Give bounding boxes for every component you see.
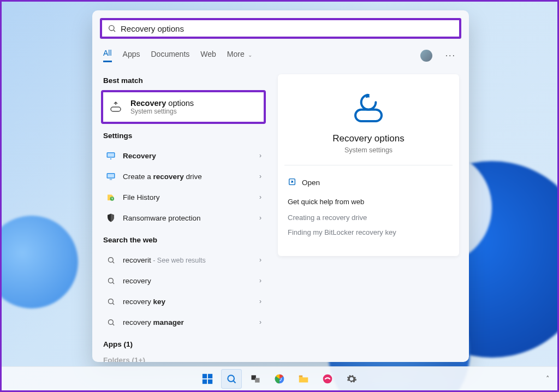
chevron-right-icon: ›	[259, 193, 261, 201]
tab-web[interactable]: Web	[200, 50, 216, 62]
result-create-recovery-drive[interactable]: Create a recovery drive ›	[101, 166, 266, 187]
more-options-button[interactable]: ···	[443, 51, 458, 61]
result-recovery-options[interactable]: Recovery options System settings	[101, 90, 266, 124]
section-settings: Settings	[103, 132, 264, 140]
taskbar-chrome[interactable]	[269, 369, 290, 389]
svg-point-0	[109, 26, 114, 31]
taskbar-task-view[interactable]	[245, 369, 266, 389]
taskbar-tray-chevron[interactable]: ˄	[546, 375, 550, 383]
search-bar[interactable]	[100, 18, 461, 39]
preview-title: Recovery options	[288, 133, 449, 144]
taskbar-app-pink[interactable]	[317, 369, 338, 389]
tab-more[interactable]: More ⌄	[227, 50, 252, 62]
chevron-right-icon: ›	[259, 256, 261, 264]
tab-documents[interactable]: Documents	[151, 50, 189, 62]
svg-rect-23	[208, 379, 212, 383]
chevron-right-icon: ›	[259, 277, 261, 284]
start-search-panel: All Apps Documents Web More ⌄ ··· Best m…	[92, 10, 469, 362]
section-apps: Apps (1)	[103, 340, 264, 348]
search-icon	[105, 317, 116, 328]
svg-rect-18	[355, 110, 382, 121]
svg-line-25	[234, 381, 236, 383]
chevron-right-icon: ›	[259, 214, 261, 222]
svg-point-24	[228, 375, 234, 382]
svg-point-32	[323, 374, 332, 383]
preview-pane: Recovery options System settings Open Ge…	[268, 69, 469, 362]
svg-rect-8	[110, 179, 112, 180]
preview-subtitle: System settings	[288, 146, 449, 154]
file-history-icon	[105, 192, 116, 203]
open-button[interactable]: Open	[288, 175, 449, 198]
svg-rect-22	[203, 379, 207, 383]
shield-icon	[105, 212, 116, 223]
divider	[284, 165, 453, 165]
result-recovery[interactable]: Recovery ›	[101, 145, 266, 166]
search-icon	[105, 275, 116, 286]
section-best-match: Best match	[103, 76, 264, 85]
svg-rect-2	[111, 107, 121, 111]
search-filter-tabs: All Apps Documents Web More ⌄ ···	[92, 39, 469, 69]
web-result-recoverit[interactable]: recoverit - See web results ›	[101, 250, 266, 270]
svg-rect-21	[208, 373, 212, 378]
svg-point-16	[108, 319, 113, 324]
tab-all[interactable]: All	[103, 49, 112, 62]
svg-point-10	[108, 257, 113, 262]
user-avatar[interactable]	[420, 50, 432, 62]
svg-rect-4	[108, 153, 114, 157]
svg-rect-27	[255, 378, 259, 382]
chevron-right-icon: ›	[259, 152, 261, 159]
svg-point-12	[108, 278, 113, 283]
taskbar-search-button[interactable]	[221, 369, 242, 389]
svg-line-1	[114, 30, 115, 32]
svg-line-13	[112, 282, 114, 284]
result-ransomware-protection[interactable]: Ransomware protection ›	[101, 207, 266, 228]
section-search-web: Search the web	[103, 236, 264, 244]
svg-point-5	[110, 158, 111, 159]
chevron-right-icon: ›	[259, 298, 261, 305]
taskbar-file-explorer[interactable]	[293, 369, 314, 389]
svg-line-15	[112, 303, 114, 305]
help-link-recovery-drive[interactable]: Creating a recovery drive	[288, 213, 449, 222]
chevron-right-icon: ›	[259, 173, 261, 180]
svg-line-17	[112, 324, 114, 325]
chevron-right-icon: ›	[259, 318, 261, 326]
search-icon	[105, 296, 116, 307]
help-link-bitlocker-key[interactable]: Finding my BitLocker recovery key	[288, 228, 449, 236]
results-list: Best match Recovery options System setti…	[92, 69, 268, 362]
web-result-recovery[interactable]: recovery ›	[101, 270, 266, 291]
svg-point-14	[108, 299, 113, 304]
search-input[interactable]	[121, 24, 454, 33]
svg-line-11	[112, 262, 114, 263]
open-icon	[288, 177, 296, 188]
search-icon	[105, 254, 116, 265]
web-result-recovery-manager[interactable]: recovery manager ›	[101, 312, 266, 332]
taskbar-settings[interactable]	[341, 369, 362, 389]
web-result-recovery-key[interactable]: recovery key ›	[101, 291, 266, 312]
taskbar: ˄	[2, 366, 557, 390]
search-icon	[108, 24, 116, 33]
tab-apps[interactable]: Apps	[123, 50, 140, 62]
monitor-recovery-icon	[105, 150, 116, 161]
taskbar-start-button[interactable]	[197, 369, 218, 389]
recovery-icon	[109, 100, 123, 114]
section-folders: Folders (1+)	[103, 356, 264, 362]
result-file-history[interactable]: File History ›	[101, 187, 266, 207]
recovery-large-icon	[288, 91, 449, 126]
chevron-down-icon: ⌄	[248, 52, 252, 58]
svg-rect-31	[299, 375, 302, 377]
monitor-drive-icon	[105, 171, 116, 182]
svg-rect-20	[203, 373, 207, 378]
help-heading: Get quick help from web	[288, 198, 449, 206]
svg-rect-7	[108, 174, 114, 178]
